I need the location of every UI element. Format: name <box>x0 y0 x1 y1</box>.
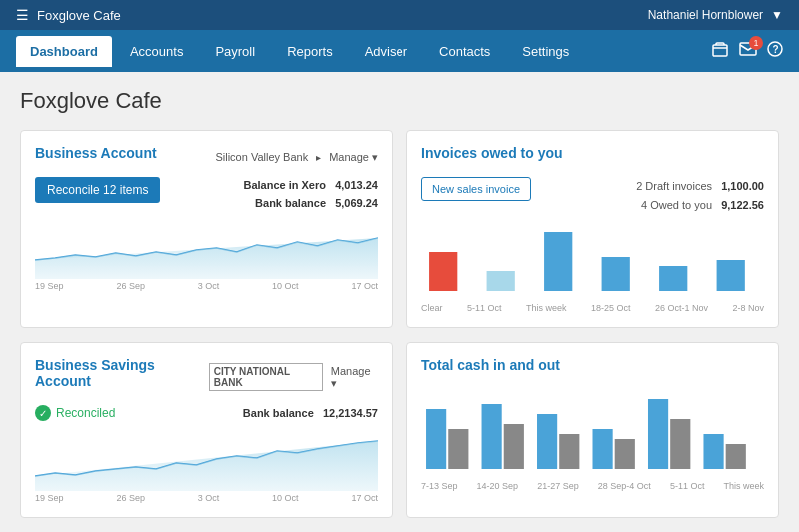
savings-account-title: Business Savings Account <box>35 357 209 389</box>
chart-label-5: 17 Oct <box>351 281 378 291</box>
page-content: Foxglove Cafe Business Account Silicon V… <box>0 72 799 532</box>
inv-label-6: 2-8 Nov <box>732 303 764 313</box>
savings-bank-manage: CITY NATIONAL BANK Manage ▾ <box>209 363 378 391</box>
total-cash-chart <box>421 389 764 479</box>
business-account-title: Business Account <box>35 145 157 161</box>
check-circle-icon: ✓ <box>35 405 51 421</box>
svg-rect-16 <box>593 429 613 469</box>
sav-label-3: 3 Oct <box>198 493 220 503</box>
nav-accounts[interactable]: Accounts <box>116 36 197 67</box>
top-bar-right: Nathaniel Hornblower ▼ <box>648 8 783 22</box>
cash-label-4: 28 Sep-4 Oct <box>598 481 651 491</box>
svg-rect-10 <box>426 409 446 469</box>
balance-bank-row: Bank balance 5,069.24 <box>243 195 378 213</box>
chart-label-4: 10 Oct <box>272 281 299 291</box>
cash-label-1: 7-13 Sep <box>421 481 458 491</box>
business-account-bank-manage: Silicon Valley Bank ▸ Manage ▾ <box>215 151 378 164</box>
svg-text:?: ? <box>773 44 779 55</box>
total-cash-header: Total cash in and out <box>421 357 764 381</box>
svg-rect-0 <box>713 45 727 56</box>
savings-balance-info: Bank balance 12,2134.57 <box>243 405 378 423</box>
invoices-amounts: 2 Draft invoices 1,100.00 4 Owed to you … <box>636 177 764 214</box>
sav-label-5: 17 Oct <box>351 493 378 503</box>
draft-invoices-row: 2 Draft invoices 1,100.00 <box>636 177 764 196</box>
chart-label-1: 19 Sep <box>35 281 64 291</box>
page-title: Foxglove Cafe <box>20 88 779 114</box>
invoices-header: Invoices owed to you <box>421 145 764 169</box>
svg-rect-4 <box>429 252 457 291</box>
svg-rect-21 <box>726 444 746 469</box>
business-account-balance-info: Balance in Xero 4,013.24 Bank balance 5,… <box>243 177 378 212</box>
sav-label-1: 19 Sep <box>35 493 64 503</box>
total-cash-card: Total cash in and out <box>406 342 779 518</box>
inv-label-5: 26 Oct-1 Nov <box>655 303 708 313</box>
nav-reports[interactable]: Reports <box>273 36 347 67</box>
hamburger-icon[interactable]: ☰ <box>16 7 29 23</box>
savings-chart-labels: 19 Sep 26 Sep 3 Oct 10 Oct 17 Oct <box>35 493 378 503</box>
owed-invoices-row: 4 Owed to you 9,122.56 <box>636 196 764 215</box>
total-cash-title: Total cash in and out <box>421 357 560 373</box>
nav-icons: 1 ? <box>711 41 783 61</box>
username: Nathaniel Hornblower <box>648 8 763 22</box>
business-account-chart-labels: 19 Sep 26 Sep 3 Oct 10 Oct 17 Oct <box>35 281 378 291</box>
cash-label-2: 14-20 Sep <box>477 481 519 491</box>
mail-badge: 1 <box>749 36 763 50</box>
inv-label-1: Clear <box>421 303 443 313</box>
invoices-chart <box>421 222 764 301</box>
mail-icon[interactable]: 1 <box>739 42 757 60</box>
brand-name: Foxglove Cafe <box>37 8 121 23</box>
business-account-chart <box>35 220 378 279</box>
svg-rect-15 <box>559 434 579 469</box>
svg-rect-8 <box>659 266 687 291</box>
svg-rect-14 <box>537 414 557 469</box>
business-account-manage[interactable]: Manage ▾ <box>329 151 378 164</box>
nav-settings[interactable]: Settings <box>508 36 583 67</box>
svg-rect-13 <box>504 424 524 469</box>
user-dropdown-arrow[interactable]: ▼ <box>771 8 783 22</box>
savings-account-chart <box>35 431 378 491</box>
invoices-chart-labels: Clear 5-11 Oct This week 18-25 Oct 26 Oc… <box>421 303 764 313</box>
svg-rect-18 <box>648 399 668 469</box>
sav-label-4: 10 Oct <box>272 493 299 503</box>
business-account-card: Business Account Silicon Valley Bank ▸ M… <box>20 130 393 328</box>
help-icon[interactable]: ? <box>767 41 783 61</box>
nav-contacts[interactable]: Contacts <box>425 36 504 67</box>
reconcile-button[interactable]: Reconcile 12 items <box>35 177 160 203</box>
cash-label-6: This week <box>723 481 764 491</box>
city-bank-logo: CITY NATIONAL BANK <box>209 363 323 391</box>
cash-label-5: 5-11 Oct <box>670 481 705 491</box>
files-icon[interactable] <box>711 41 729 61</box>
svg-rect-6 <box>544 232 572 291</box>
top-bar-left: ☰ Foxglove Cafe <box>16 7 121 23</box>
nav-adviser[interactable]: Adviser <box>351 36 421 67</box>
svg-rect-5 <box>487 271 515 291</box>
savings-account-card: Business Savings Account CITY NATIONAL B… <box>20 342 393 518</box>
svg-rect-17 <box>615 439 635 469</box>
invoices-actions: New sales invoice 2 Draft invoices 1,100… <box>421 177 764 214</box>
svg-rect-11 <box>448 429 468 469</box>
invoices-title: Invoices owed to you <box>421 145 563 161</box>
bank-dropdown-icon: ▸ <box>316 152 321 163</box>
top-bar: ☰ Foxglove Cafe Nathaniel Hornblower ▼ <box>0 0 799 30</box>
nav-bar: Dashboard Accounts Payroll Reports Advis… <box>0 30 799 72</box>
invoices-card: Invoices owed to you New sales invoice 2… <box>406 130 779 328</box>
business-account-bank: Silicon Valley Bank <box>215 151 308 163</box>
savings-manage[interactable]: Manage ▾ <box>331 365 378 390</box>
chart-label-2: 26 Sep <box>116 281 145 291</box>
new-sales-invoice-button[interactable]: New sales invoice <box>421 177 531 201</box>
svg-rect-12 <box>482 404 502 469</box>
dashboard-grid: Business Account Silicon Valley Bank ▸ M… <box>20 130 779 532</box>
inv-label-2: 5-11 Oct <box>467 303 502 313</box>
business-account-balance-row: Reconcile 12 items Balance in Xero 4,013… <box>35 177 378 212</box>
savings-account-header: Business Savings Account CITY NATIONAL B… <box>35 357 378 397</box>
cash-label-3: 21-27 Sep <box>537 481 579 491</box>
nav-payroll[interactable]: Payroll <box>201 36 269 67</box>
svg-rect-19 <box>670 419 690 469</box>
svg-rect-20 <box>703 434 723 469</box>
svg-rect-7 <box>602 257 630 291</box>
reconciled-badge: ✓ Reconciled <box>35 405 115 421</box>
chart-label-3: 3 Oct <box>198 281 220 291</box>
savings-balance-row: Bank balance 12,2134.57 <box>243 405 378 423</box>
total-cash-chart-labels: 7-13 Sep 14-20 Sep 21-27 Sep 28 Sep-4 Oc… <box>421 481 764 491</box>
nav-dashboard[interactable]: Dashboard <box>16 36 112 67</box>
